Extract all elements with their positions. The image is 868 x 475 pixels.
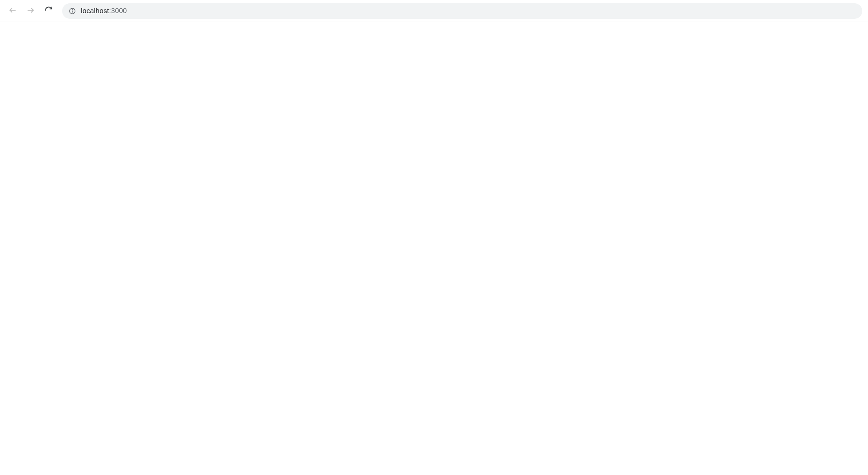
reload-icon: [45, 6, 53, 16]
page-content: [0, 22, 868, 475]
back-button[interactable]: [6, 4, 20, 18]
forward-button[interactable]: [24, 4, 38, 18]
arrow-left-icon: [9, 6, 17, 16]
reload-button[interactable]: [42, 4, 56, 18]
address-bar[interactable]: localhost:3000: [62, 3, 862, 19]
url-port: 3000: [111, 7, 127, 15]
svg-point-4: [72, 9, 73, 10]
info-icon[interactable]: [69, 7, 76, 15]
browser-toolbar: localhost:3000: [0, 0, 868, 22]
url-display: localhost:3000: [81, 7, 127, 15]
url-host: localhost: [81, 7, 109, 15]
arrow-right-icon: [27, 6, 35, 16]
